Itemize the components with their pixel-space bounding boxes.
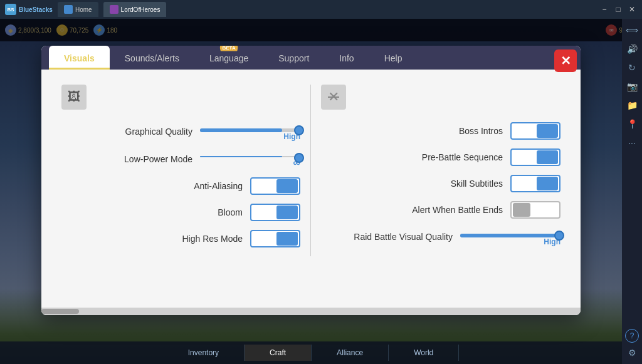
setting-bloom: Bloom (61, 204, 300, 221)
graphical-quality-value: High (200, 132, 300, 141)
alert-battle-label: Alert When Battle Ends (412, 205, 503, 215)
setting-low-power: Low-Power Mode ∞ (61, 150, 300, 169)
modal-overlay: Visuals Sounds/Alerts Language BETA Supp… (0, 19, 622, 341)
tab-game-label: LordOfHeroes (121, 6, 160, 13)
anti-aliasing-label: Anti-Aliasing (167, 181, 243, 191)
nav-world[interactable]: World (389, 345, 459, 361)
pre-battle-label: Pre-Battle Sequence (422, 152, 503, 162)
sword-icon: ✕ (321, 85, 346, 110)
graphical-quality-slider[interactable]: High (200, 122, 300, 141)
scrollbar-thumb (41, 309, 79, 314)
slider-fill-2 (200, 156, 282, 157)
sidebar-expand-icon[interactable]: ⟺ (623, 21, 641, 39)
sidebar-more-icon[interactable]: ··· (623, 134, 641, 152)
slider-thumb-raid (554, 231, 564, 241)
slider-thumb (294, 125, 304, 135)
tab-support[interactable]: Support (263, 46, 324, 70)
setting-high-res: High Res Mode (61, 230, 300, 247)
toggle-knob-highres (276, 232, 298, 246)
settings-col-right: ✕ Boss Intros Pre-Battle Sequence (311, 85, 560, 256)
toggle-knob-boss (537, 124, 558, 138)
modal-body: 🖼 Graphical Quality High (41, 70, 581, 308)
modal-tabs: Visuals Sounds/Alerts Language BETA Supp… (41, 46, 581, 70)
maximize-button[interactable]: □ (613, 4, 623, 14)
home-favicon (64, 5, 73, 14)
taskbar: BS BlueStacks Home LordOfHeroes − □ ✕ (0, 0, 642, 19)
toggle-knob-bloom (276, 205, 298, 219)
col-left-header: 🖼 (61, 85, 300, 110)
sidebar-volume-icon[interactable]: 🔊 (623, 40, 641, 58)
setting-pre-battle: Pre-Battle Sequence (321, 148, 560, 166)
toggle-knob-skill (537, 177, 558, 190)
raid-quality-slider[interactable]: High (460, 227, 560, 246)
low-power-value: ∞ (200, 157, 300, 169)
setting-graphical-quality: Graphical Quality High (61, 122, 300, 141)
alert-battle-toggle[interactable] (510, 201, 560, 219)
modal-close-button[interactable]: ✕ (554, 49, 577, 72)
setting-raid-quality: Raid Battle Visual Quality High (321, 227, 560, 246)
nav-alliance[interactable]: Alliance (312, 345, 389, 361)
setting-alert-battle: Alert When Battle Ends (321, 201, 560, 219)
nav-inventory[interactable]: Inventory (163, 345, 245, 361)
sidebar-files-icon[interactable]: 📁 (623, 96, 641, 114)
slider-thumb-2 (294, 153, 304, 163)
close-button[interactable]: ✕ (627, 4, 637, 14)
tab-visuals[interactable]: Visuals (49, 46, 110, 70)
setting-skill-subtitles: Skill Subtitles (321, 175, 560, 192)
toggle-knob-prebattle (537, 150, 558, 164)
low-power-slider[interactable]: ∞ (200, 150, 300, 169)
sidebar-rotate-icon[interactable]: ↻ (623, 59, 641, 76)
slider-fill (200, 128, 282, 132)
toggle-knob-alert (513, 203, 530, 217)
sidebar-screenshot-icon[interactable]: 📷 (623, 78, 641, 95)
bs-icon: BS (5, 4, 16, 15)
tab-home[interactable]: Home (58, 2, 98, 17)
bloom-toggle[interactable] (250, 204, 300, 221)
tab-language[interactable]: Language BETA (194, 46, 263, 70)
beta-badge: BETA (220, 46, 238, 51)
col-right-header: ✕ (321, 85, 560, 110)
tab-info[interactable]: Info (324, 46, 369, 70)
skill-subtitles-toggle[interactable] (510, 175, 560, 192)
sidebar-help-icon[interactable]: ? (625, 329, 639, 343)
settings-col-left: 🖼 Graphical Quality High (61, 85, 311, 256)
raid-quality-label: Raid Battle Visual Quality (354, 232, 453, 242)
slider-track (200, 128, 300, 132)
bottom-nav: Inventory Craft Alliance World (0, 341, 622, 364)
tab-game[interactable]: LordOfHeroes (103, 2, 167, 17)
modal-scrollbar[interactable] (41, 308, 581, 315)
tab-sounds[interactable]: Sounds/Alerts (110, 46, 194, 70)
bluestacks-logo: BS BlueStacks (5, 4, 53, 15)
sidebar-location-icon[interactable]: 📍 (623, 115, 641, 133)
boss-intros-label: Boss Intros (428, 126, 503, 136)
toggle-knob (276, 179, 298, 193)
high-res-toggle[interactable] (250, 230, 300, 247)
settings-grid: 🖼 Graphical Quality High (61, 85, 560, 256)
tab-help[interactable]: Help (369, 46, 418, 70)
sidebar-settings-icon[interactable]: ⚙ (623, 344, 641, 361)
graphical-quality-label: Graphical Quality (117, 127, 192, 137)
low-power-label: Low-Power Mode (117, 154, 192, 164)
settings-modal: Visuals Sounds/Alerts Language BETA Supp… (41, 46, 581, 315)
setting-boss-intros: Boss Intros (321, 122, 560, 140)
slider-fill-raid (460, 234, 560, 237)
high-res-label: High Res Mode (167, 234, 243, 244)
right-sidebar: ⟺ 🔊 ↻ 📷 📁 📍 ··· ? ⚙ (622, 19, 642, 364)
app-name: BlueStacks (19, 6, 53, 13)
raid-quality-value: High (460, 237, 560, 246)
anti-aliasing-toggle[interactable] (250, 177, 300, 195)
game-favicon (110, 5, 118, 14)
nav-craft[interactable]: Craft (245, 345, 312, 361)
slider-track-2 (200, 156, 300, 157)
minimize-button[interactable]: − (599, 4, 609, 14)
bloom-label: Bloom (167, 207, 243, 217)
tab-home-label: Home (75, 6, 92, 13)
pre-battle-toggle[interactable] (510, 148, 560, 166)
skill-subtitles-label: Skill Subtitles (428, 179, 503, 189)
slider-track-raid (460, 234, 560, 237)
image-icon: 🖼 (61, 85, 87, 110)
setting-anti-aliasing: Anti-Aliasing (61, 177, 300, 195)
boss-intros-toggle[interactable] (510, 122, 560, 140)
